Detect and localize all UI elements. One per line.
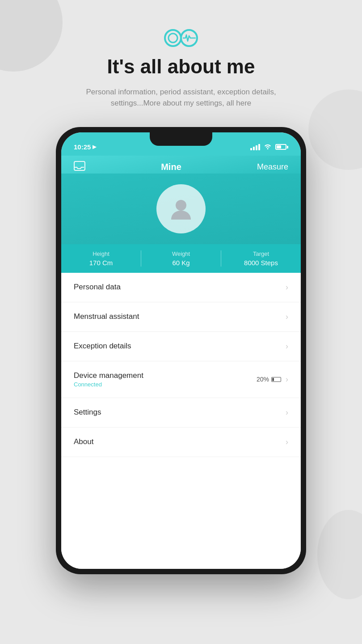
personal-data-label: Personal data xyxy=(74,283,121,292)
status-bar: 10:25 ▶ xyxy=(61,132,301,156)
status-time: 10:25 ▶ xyxy=(74,143,96,151)
chevron-icon-0: › xyxy=(286,283,288,292)
menu-item-menstrual[interactable]: Menstrual assistant › xyxy=(61,302,301,332)
menu-item-settings[interactable]: Settings › xyxy=(61,398,301,428)
location-icon: ▶ xyxy=(93,144,96,150)
about-label: About xyxy=(74,437,93,446)
bg-decoration-right xyxy=(308,89,362,170)
weight-value: 60 Kg xyxy=(172,259,189,267)
battery-percent: 20% xyxy=(257,376,269,383)
page-subtitle: Personal information, period assistant, … xyxy=(65,86,297,109)
svg-point-4 xyxy=(176,200,186,211)
chevron-icon-4: › xyxy=(286,408,288,417)
battery-badge: 20% xyxy=(257,376,281,383)
avatar-icon xyxy=(168,195,194,222)
chevron-icon-5: › xyxy=(286,437,288,447)
chevron-icon-1: › xyxy=(286,312,288,322)
measure-button[interactable]: Measure xyxy=(257,162,288,172)
svg-point-0 xyxy=(165,30,181,46)
signal-bars xyxy=(250,144,260,150)
device-battery-icon xyxy=(271,377,281,382)
profile-section: Height 170 Cm Weight 60 Kg Target 8000 S… xyxy=(61,174,301,273)
settings-label: Settings xyxy=(74,408,101,417)
bg-decoration-left xyxy=(0,0,63,72)
menu-list: Personal data › Menstrual assistant › xyxy=(61,273,301,569)
page-header: It's all about me Personal information, … xyxy=(65,27,297,109)
phone-screen: 10:25 ▶ xyxy=(61,132,301,569)
chevron-icon-2: › xyxy=(286,342,288,351)
app-header: Mine Measure xyxy=(61,156,301,174)
menu-item-personal-data[interactable]: Personal data › xyxy=(61,273,301,302)
stat-height: Height 170 Cm xyxy=(61,250,141,267)
weight-label: Weight xyxy=(172,250,190,257)
status-icons xyxy=(250,143,288,151)
menu-item-about[interactable]: About › xyxy=(61,428,301,457)
page-title: It's all about me xyxy=(107,55,255,78)
menstrual-label: Menstrual assistant xyxy=(74,312,139,321)
menu-item-device[interactable]: Device management Connected 20% › xyxy=(61,361,301,398)
phone-shell: 10:25 ▶ xyxy=(56,127,306,574)
stat-weight: Weight 60 Kg xyxy=(141,250,221,267)
stats-row: Height 170 Cm Weight 60 Kg Target 8000 S… xyxy=(61,244,301,273)
height-label: Height xyxy=(93,250,109,257)
wifi-icon xyxy=(264,143,272,151)
device-status: Connected xyxy=(74,381,143,388)
chevron-icon-3: › xyxy=(286,375,288,384)
device-label: Device management xyxy=(74,371,143,380)
inbox-icon[interactable] xyxy=(74,161,85,174)
stat-target: Target 8000 Steps xyxy=(221,250,301,267)
avatar[interactable] xyxy=(156,184,206,233)
app-logo xyxy=(163,27,199,49)
height-value: 170 Cm xyxy=(89,259,113,267)
svg-point-1 xyxy=(168,34,177,42)
target-label: Target xyxy=(253,250,269,257)
bg-decoration-bottom-right xyxy=(317,510,362,599)
header-title: Mine xyxy=(161,162,181,172)
battery-icon xyxy=(275,144,288,150)
phone-mockup: 10:25 ▶ xyxy=(56,127,306,574)
menu-item-exception[interactable]: Exception details › xyxy=(61,332,301,361)
target-value: 8000 Steps xyxy=(244,259,278,267)
exception-label: Exception details xyxy=(74,342,131,351)
